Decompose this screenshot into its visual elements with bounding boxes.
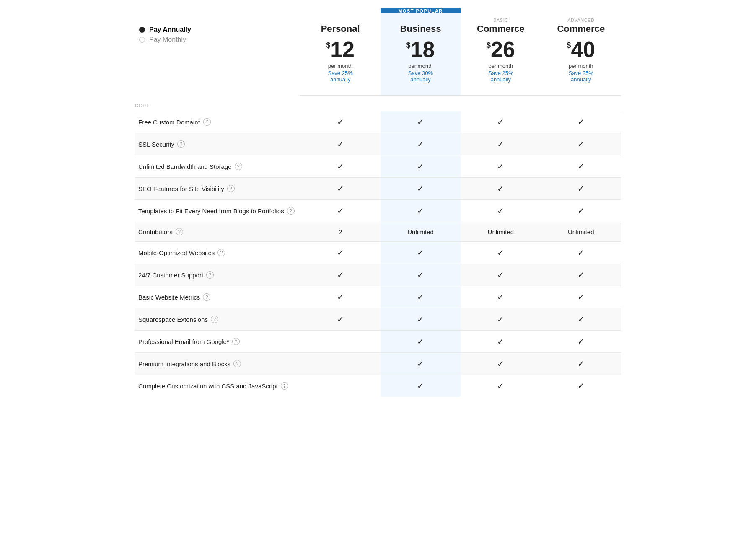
personal-price: 12 <box>330 39 355 60</box>
business-value-cell: ✓ <box>381 242 461 264</box>
feature-row: Premium Integrations and Blocks?✓✓✓ <box>135 353 621 375</box>
advanced-commerce-price-row: $ 40 <box>544 39 618 60</box>
feature-row: Free Custom Domain*?✓✓✓✓ <box>135 111 621 133</box>
feature-name: Free Custom Domain*? <box>138 118 297 126</box>
help-icon[interactable]: ? <box>203 118 211 126</box>
value-cell: ✓ <box>461 286 541 308</box>
value-cell: ✓ <box>300 308 380 331</box>
monthly-radio[interactable] <box>139 37 145 43</box>
feature-name-cell: Complete Customization with CSS and Java… <box>135 375 300 397</box>
value-cell: ✓ <box>461 242 541 264</box>
feature-name-cell: Premium Integrations and Blocks? <box>135 353 300 375</box>
value-cell <box>300 331 380 353</box>
advanced-commerce-header: ADVANCED Commerce $ 40 per month Save 25… <box>541 13 621 96</box>
feature-row: SEO Features for Site Visibility?✓✓✓✓ <box>135 178 621 200</box>
help-icon[interactable]: ? <box>235 163 242 170</box>
feature-name: Unlimited Bandwidth and Storage? <box>138 163 297 170</box>
feature-name-text: SEO Features for Site Visibility <box>138 185 224 192</box>
feature-name-cell: Mobile-Optimized Websites? <box>135 242 300 264</box>
value-cell: ✓ <box>541 111 621 133</box>
value-cell: ✓ <box>541 308 621 331</box>
value-cell: ✓ <box>541 331 621 353</box>
feature-name-cell: SSL Security? <box>135 133 300 155</box>
feature-name: Basic Website Metrics? <box>138 293 297 301</box>
billing-toggle: Pay Annually Pay Monthly <box>135 18 300 56</box>
help-icon[interactable]: ? <box>281 382 288 390</box>
help-icon[interactable]: ? <box>203 293 210 301</box>
value-cell: 2 <box>300 222 380 242</box>
advanced-commerce-main-name: Commerce <box>544 23 618 34</box>
help-icon[interactable]: ? <box>177 140 185 148</box>
value-cell: ✓ <box>461 178 541 200</box>
value-cell: ✓ <box>541 133 621 155</box>
feature-name-cell: Professional Email from Google*? <box>135 331 300 353</box>
most-popular-banner-row: MOST POPULAR <box>135 8 621 13</box>
business-value-cell: ✓ <box>381 178 461 200</box>
plan-header-row: Pay Annually Pay Monthly Personal $ 12 p… <box>135 13 621 96</box>
advanced-commerce-dollar: $ <box>567 41 571 50</box>
feature-row: Contributors?2UnlimitedUnlimitedUnlimite… <box>135 222 621 242</box>
value-cell: ✓ <box>461 264 541 286</box>
annually-label: Pay Annually <box>149 26 191 34</box>
business-price: 18 <box>411 39 435 60</box>
value-cell: ✓ <box>461 111 541 133</box>
banner-empty-basic <box>461 8 541 13</box>
value-cell: ✓ <box>300 286 380 308</box>
value-cell <box>300 375 380 397</box>
feature-name-text: Complete Customization with CSS and Java… <box>138 383 278 390</box>
feature-name-text: Free Custom Domain* <box>138 119 200 126</box>
value-cell: ✓ <box>541 178 621 200</box>
business-value-cell: ✓ <box>381 200 461 222</box>
business-price-row: $ 18 <box>384 39 457 60</box>
value-cell: ✓ <box>300 133 380 155</box>
business-value-cell: ✓ <box>381 331 461 353</box>
annually-radio[interactable] <box>139 27 145 33</box>
value-cell: ✓ <box>300 155 380 178</box>
value-cell: ✓ <box>300 178 380 200</box>
help-icon[interactable]: ? <box>176 228 183 235</box>
most-popular-label: MOST POPULAR <box>398 8 443 13</box>
advanced-commerce-sub-name: ADVANCED <box>544 18 618 23</box>
feature-name-cell: Free Custom Domain*? <box>135 111 300 133</box>
business-value-cell: ✓ <box>381 111 461 133</box>
help-icon[interactable]: ? <box>233 360 241 367</box>
feature-name-text: Premium Integrations and Blocks <box>138 360 230 367</box>
feature-name: Complete Customization with CSS and Java… <box>138 382 297 390</box>
value-cell: ✓ <box>461 353 541 375</box>
business-dollar: $ <box>406 41 411 50</box>
feature-name-cell: Templates to Fit Every Need from Blogs t… <box>135 200 300 222</box>
feature-name-text: Professional Email from Google* <box>138 338 229 345</box>
value-cell: ✓ <box>541 200 621 222</box>
business-per-month: per month <box>384 63 457 69</box>
value-cell: ✓ <box>461 308 541 331</box>
basic-commerce-price-row: $ 26 <box>464 39 537 60</box>
personal-save: Save 25%annually <box>303 70 377 83</box>
personal-dollar: $ <box>326 41 330 50</box>
most-popular-banner: MOST POPULAR <box>381 8 461 13</box>
feature-name-text: Templates to Fit Every Need from Blogs t… <box>138 207 284 215</box>
pricing-table: MOST POPULAR Pay Annually Pay Monthly <box>135 8 621 397</box>
basic-commerce-main-name: Commerce <box>464 23 537 34</box>
feature-name-cell: Unlimited Bandwidth and Storage? <box>135 155 300 178</box>
value-cell: ✓ <box>461 375 541 397</box>
value-cell: Unlimited <box>461 222 541 242</box>
business-value-cell: ✓ <box>381 308 461 331</box>
help-icon[interactable]: ? <box>287 207 295 215</box>
help-icon[interactable]: ? <box>227 185 235 192</box>
business-header: Business $ 18 per month Save 30%annually <box>381 13 461 96</box>
value-cell: ✓ <box>300 264 380 286</box>
banner-empty-advanced <box>541 8 621 13</box>
feature-name: Professional Email from Google*? <box>138 338 297 345</box>
pay-monthly-option[interactable]: Pay Monthly <box>139 36 300 44</box>
help-icon[interactable]: ? <box>232 338 240 345</box>
feature-name-text: Basic Website Metrics <box>138 294 200 301</box>
value-cell: ✓ <box>300 200 380 222</box>
help-icon[interactable]: ? <box>217 249 225 256</box>
help-icon[interactable]: ? <box>206 271 214 279</box>
help-icon[interactable]: ? <box>211 316 218 323</box>
feature-name-cell: Basic Website Metrics? <box>135 286 300 308</box>
pay-annually-option[interactable]: Pay Annually <box>139 26 300 34</box>
feature-name-text: Squarespace Extensions <box>138 316 208 323</box>
business-value-cell: ✓ <box>381 286 461 308</box>
feature-row: Professional Email from Google*?✓✓✓ <box>135 331 621 353</box>
